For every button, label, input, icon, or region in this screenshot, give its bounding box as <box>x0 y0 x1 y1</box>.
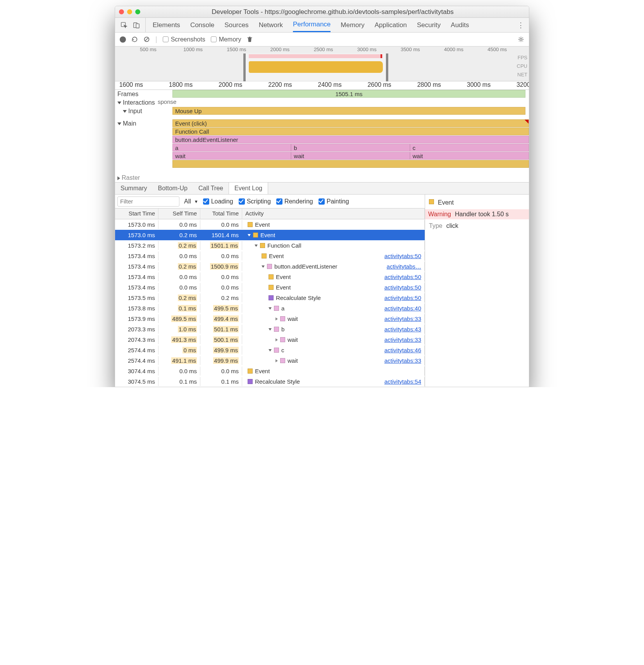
event-log-row[interactable]: 2574.4 ms0 ms499.9 mscactivitytabs:46 <box>115 345 425 355</box>
flame-bar[interactable]: a <box>172 144 291 152</box>
activity-name: Event <box>255 368 270 374</box>
source-link[interactable]: activitytabs:40 <box>384 305 421 312</box>
record-button[interactable] <box>120 36 126 43</box>
flame-chart[interactable]: Frames 1505.1 ms Interactions sponse Inp… <box>115 90 529 182</box>
source-link[interactable]: activitytabs:33 <box>384 336 421 343</box>
filter-check-loading[interactable]: Loading <box>203 198 233 205</box>
event-log-row[interactable]: 1573.8 ms0.1 ms499.5 msaactivitytabs:40 <box>115 303 425 314</box>
reload-icon[interactable] <box>131 36 138 43</box>
tab-network[interactable]: Network <box>259 18 283 32</box>
activity-name: Event <box>276 284 291 291</box>
activity-name: Event <box>260 232 275 238</box>
filter-check-scripting[interactable]: Scripting <box>239 198 271 205</box>
source-link[interactable]: activitytabs:50 <box>384 274 421 280</box>
overview-tick: 2000 ms <box>270 47 290 52</box>
activity-name: wait <box>288 315 298 322</box>
flame-bar[interactable]: Function Call <box>172 127 529 135</box>
close-window-button[interactable] <box>119 9 124 14</box>
event-log-filter-row: All▼ LoadingScriptingRenderingPainting <box>115 195 425 208</box>
bottom-tab-call-tree[interactable]: Call Tree <box>193 183 229 194</box>
tab-security[interactable]: Security <box>417 18 441 32</box>
event-log-row[interactable]: 1573.0 ms0.2 ms1501.4 msEvent <box>115 230 425 240</box>
col-total-time[interactable]: Total Time <box>200 208 242 219</box>
flame-bar[interactable]: wait <box>410 152 529 160</box>
filter-input[interactable] <box>117 196 179 207</box>
event-color-swatch <box>429 199 434 204</box>
source-link[interactable]: activitytabs:33 <box>384 315 421 322</box>
col-activity[interactable]: Activity <box>242 208 425 219</box>
source-link[interactable]: activitytabs:50 <box>384 295 421 301</box>
input-event-bar[interactable]: Mouse Up <box>172 107 525 115</box>
event-log-row[interactable]: 1573.4 ms0.0 ms0.0 msEventactivitytabs:5… <box>115 282 425 293</box>
source-link[interactable]: activitytabs… <box>387 263 421 270</box>
duration-dropdown[interactable]: All▼ <box>184 198 198 205</box>
source-link[interactable]: activitytabs:54 <box>384 378 421 385</box>
frames-track-label: Frames <box>115 90 172 98</box>
filter-check-painting[interactable]: Painting <box>319 198 349 205</box>
main-track-label[interactable]: Main <box>115 119 172 168</box>
tab-elements[interactable]: Elements <box>153 18 180 32</box>
activity-color-icon <box>280 316 285 321</box>
bottom-tab-event-log[interactable]: Event Log <box>229 183 268 194</box>
flame-bar[interactable]: c <box>410 144 529 152</box>
event-log-row[interactable]: 1573.5 ms0.2 ms0.2 msRecalculate Styleac… <box>115 293 425 303</box>
tab-sources[interactable]: Sources <box>224 18 248 32</box>
tab-performance[interactable]: Performance <box>293 18 331 32</box>
event-log-row[interactable]: 1573.0 ms0.0 ms0.0 msEvent <box>115 219 425 230</box>
type-label: Type <box>429 222 443 229</box>
clear-icon[interactable] <box>143 36 150 43</box>
flame-bar[interactable]: Event (click) <box>172 119 529 127</box>
flame-bar[interactable]: b <box>291 144 410 152</box>
inspect-icon[interactable] <box>121 22 127 29</box>
minimize-window-button[interactable] <box>127 9 132 14</box>
event-log-row[interactable]: 1573.4 ms0.0 ms0.0 msEventactivitytabs:5… <box>115 272 425 282</box>
source-link[interactable]: activitytabs:43 <box>384 326 421 332</box>
overview-minimap[interactable]: 500 ms1000 ms1500 ms2000 ms2500 ms3000 m… <box>115 47 529 81</box>
gear-icon[interactable] <box>518 36 524 43</box>
memory-checkbox[interactable]: Memory <box>211 36 241 43</box>
flame-bar[interactable]: wait <box>172 152 291 160</box>
col-start-time[interactable]: Start Time <box>115 208 158 219</box>
source-link[interactable]: activitytabs:33 <box>384 357 421 364</box>
source-link[interactable]: activitytabs:46 <box>384 347 421 353</box>
event-log-row[interactable]: 2074.3 ms491.3 ms500.1 mswaitactivitytab… <box>115 334 425 345</box>
col-self-time[interactable]: Self Time <box>158 208 200 219</box>
event-log-row[interactable]: 1573.9 ms489.5 ms499.4 mswaitactivitytab… <box>115 314 425 324</box>
bottom-tab-bottom-up[interactable]: Bottom-Up <box>152 183 193 194</box>
event-log-row[interactable]: 1573.2 ms0.2 ms1501.1 msFunction Call <box>115 240 425 251</box>
flame-bar[interactable]: button.addEventListener <box>172 136 529 143</box>
event-log-row[interactable]: 2574.4 ms491.1 ms499.9 mswaitactivitytab… <box>115 355 425 366</box>
type-value: click <box>446 222 458 229</box>
event-name: Event <box>438 199 454 206</box>
svg-rect-2 <box>136 24 139 28</box>
tab-audits[interactable]: Audits <box>451 18 469 32</box>
activity-name: Recalculate Style <box>276 295 321 301</box>
bottom-tab-summary[interactable]: Summary <box>115 183 152 194</box>
trash-icon[interactable] <box>246 36 253 43</box>
zoom-window-button[interactable] <box>135 9 140 14</box>
window-title: Developer Tools - https://googlechrome.g… <box>140 8 525 16</box>
source-link[interactable]: activitytabs:50 <box>384 284 421 291</box>
tab-memory[interactable]: Memory <box>341 18 364 32</box>
event-log-row[interactable]: 2073.3 ms1.0 ms501.1 msbactivitytabs:43 <box>115 324 425 334</box>
tab-application[interactable]: Application <box>375 18 407 32</box>
event-log-row[interactable]: 1573.4 ms0.0 ms0.0 msEventactivitytabs:5… <box>115 251 425 261</box>
filter-check-rendering[interactable]: Rendering <box>276 198 313 205</box>
raster-track-label[interactable]: Raster <box>115 174 172 182</box>
overview-selection[interactable] <box>243 53 388 81</box>
frame-bar[interactable]: 1505.1 ms <box>172 90 525 98</box>
activity-color-icon <box>262 253 267 258</box>
source-link[interactable]: activitytabs:50 <box>384 253 421 259</box>
flame-bar[interactable] <box>172 160 529 168</box>
input-track-label[interactable]: Input <box>115 107 172 115</box>
kebab-menu-icon[interactable]: ⋮ <box>513 21 529 29</box>
bottom-tabs: SummaryBottom-UpCall TreeEvent Log <box>115 182 529 195</box>
tab-console[interactable]: Console <box>190 18 214 32</box>
event-log-row[interactable]: 1573.4 ms0.2 ms1500.9 msbutton.addEventL… <box>115 261 425 272</box>
event-log-row[interactable]: 3074.4 ms0.0 ms0.0 msEvent <box>115 366 425 376</box>
device-toggle-icon[interactable] <box>133 22 140 29</box>
event-log-row[interactable]: 3074.5 ms0.1 ms0.1 msRecalculate Styleac… <box>115 376 425 387</box>
timeline-ruler[interactable]: 1600 ms1800 ms2000 ms2200 ms2400 ms2600 … <box>115 81 529 90</box>
screenshots-checkbox[interactable]: Screenshots <box>163 36 205 43</box>
flame-bar[interactable]: wait <box>291 152 410 160</box>
